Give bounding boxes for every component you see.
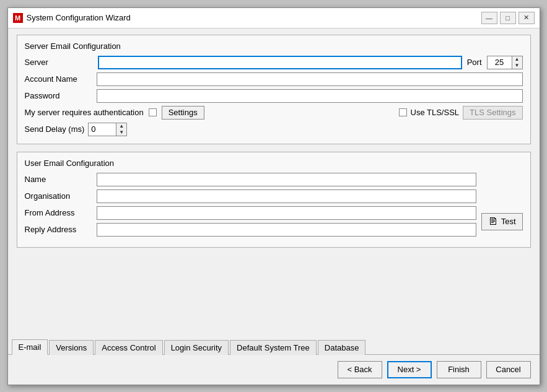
reply-address-label: Reply Address [25,225,93,234]
maximize-button[interactable]: □ [500,12,516,24]
tab-email[interactable]: E-mail [12,339,48,355]
tab-login-security[interactable]: Login Security [164,340,229,355]
tls-label: Use TLS/SSL [411,108,460,117]
test-button-label: Test [501,217,516,226]
user-section-title: User Email Configuration [25,159,523,168]
auth-checkbox[interactable] [149,108,157,116]
bottom-area: E-mail Versions Access Control Login Sec… [8,339,540,385]
organisation-label: Organisation [25,191,93,201]
name-input[interactable] [97,173,476,186]
footer-buttons: < Back Next > Finish Cancel [8,355,540,385]
tls-checkbox[interactable] [399,108,407,116]
from-address-label: From Address [25,208,93,217]
account-row: Account Name [25,72,523,86]
password-input[interactable] [97,89,523,103]
test-icon: 🖹 [488,216,498,227]
tls-group: Use TLS/SSL TLS Settings [399,106,523,120]
reply-address-input[interactable] [97,223,476,237]
user-form-fields: Name Organisation From Address [25,173,476,240]
server-label: Server [25,58,93,67]
tab-default-system-tree[interactable]: Default System Tree [230,340,317,355]
port-input[interactable] [487,56,512,69]
auth-row: My server requires authentication Settin… [25,106,523,120]
tab-access-control[interactable]: Access Control [95,340,162,355]
password-label: Password [25,91,93,100]
name-label: Name [25,175,93,184]
tab-versions[interactable]: Versions [49,340,94,355]
delay-up-button[interactable]: ▲ [116,123,126,129]
auth-label: My server requires authentication [25,108,144,117]
from-address-input[interactable] [97,206,476,220]
reply-address-row: Reply Address [25,223,476,237]
from-address-row: From Address [25,206,476,220]
title-bar: M System Configuration Wizard — □ ✕ [8,8,540,28]
minimize-button[interactable]: — [481,12,497,24]
port-spinner: ▲ ▼ [487,56,523,69]
tabs-bar: E-mail Versions Access Control Login Sec… [8,339,540,355]
account-label: Account Name [25,74,93,84]
delay-input[interactable] [88,123,116,136]
server-row: Server Port ▲ ▼ [25,56,523,69]
port-spinner-buttons: ▲ ▼ [512,56,523,69]
account-input[interactable] [97,72,523,86]
main-window: M System Configuration Wizard — □ ✕ Serv… [7,7,540,385]
close-button[interactable]: ✕ [519,12,535,24]
organisation-row: Organisation [25,189,476,203]
test-button[interactable]: 🖹 Test [481,213,523,230]
port-label: Port [467,58,482,67]
window-body: Server Email Configuration Server Port ▲… [8,28,540,339]
send-delay-label: Send Delay (ms) [25,124,85,134]
server-email-section: Server Email Configuration Server Port ▲… [17,35,531,144]
delay-spinner-buttons: ▲ ▼ [116,123,127,136]
password-row: Password [25,89,523,103]
name-row: Name [25,173,476,186]
back-button[interactable]: < Back [338,361,382,378]
server-section-title: Server Email Configuration [25,41,523,51]
port-up-button[interactable]: ▲ [512,56,522,63]
cancel-button[interactable]: Cancel [486,361,531,378]
window-controls: — □ ✕ [481,12,535,24]
tls-settings-button[interactable]: TLS Settings [463,106,522,120]
delay-down-button[interactable]: ▼ [116,129,126,136]
server-input[interactable] [98,56,462,69]
app-icon: M [13,13,23,23]
user-email-section: User Email Configuration Name Organisati… [17,152,531,248]
finish-button[interactable]: Finish [437,361,481,378]
organisation-input[interactable] [97,189,476,203]
send-delay-row: Send Delay (ms) ▲ ▼ [25,123,523,136]
window-title: System Configuration Wizard [27,13,478,22]
next-button[interactable]: Next > [387,361,432,378]
tab-database[interactable]: Database [318,340,366,355]
delay-spinner: ▲ ▼ [88,123,127,136]
settings-button[interactable]: Settings [162,106,204,120]
port-down-button[interactable]: ▼ [512,63,522,69]
